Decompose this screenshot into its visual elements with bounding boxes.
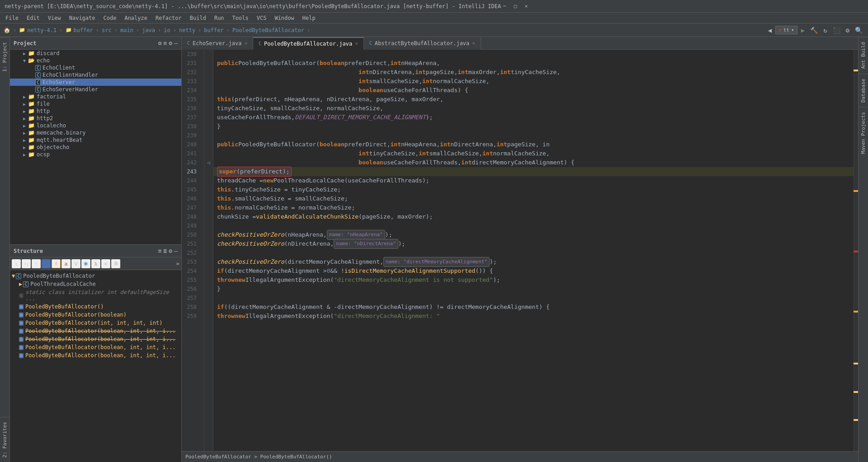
struct-item-ctor5[interactable]: m PooledByteBufAllocator(boolean, int, i… — [10, 335, 181, 343]
show-fields-btn[interactable]: f — [52, 259, 61, 268]
tree-item-file[interactable]: ▶ 📁 file — [10, 100, 181, 107]
struct-item-ctor4[interactable]: m PooledByteBufAllocator(boolean, int, i… — [10, 327, 181, 335]
struct-item-ctor2[interactable]: m PooledByteBufAllocator(boolean) — [10, 311, 181, 319]
menu-analyze[interactable]: Analyze — [121, 14, 151, 22]
menu-refactor[interactable]: Refactor — [152, 14, 185, 22]
stop-icon[interactable]: ⬛ — [831, 26, 842, 35]
search-dropdown-icon[interactable]: ▾ — [791, 27, 794, 33]
ln-234: 234 — [182, 86, 200, 95]
close-button[interactable]: ✕ — [523, 3, 530, 10]
tree-item-echo[interactable]: ▼ 📂 echo — [10, 57, 181, 64]
tree-item-memcache[interactable]: ▶ 📁 memcache.binary — [10, 129, 181, 136]
close-search-icon[interactable]: ✕ — [778, 27, 782, 33]
ln-246: 246 — [182, 194, 200, 203]
tab-abstract[interactable]: C AbstractByteBufAllocator.java ✕ — [364, 37, 481, 50]
tab-pooled[interactable]: C PooledByteBufAllocator.java ✕ — [253, 37, 364, 50]
bc-java[interactable]: java — [142, 27, 155, 33]
menu-vcs[interactable]: VCS — [253, 14, 270, 22]
bc-main[interactable]: main — [120, 27, 133, 33]
maximize-button[interactable]: □ — [512, 3, 519, 10]
git-icon[interactable]: ⚙ — [844, 26, 851, 35]
menu-edit[interactable]: Edit — [23, 14, 43, 22]
expand-all-icon[interactable]: ≣ — [164, 247, 167, 254]
hide-icon[interactable]: — — [174, 40, 178, 47]
menu-code[interactable]: Code — [100, 14, 120, 22]
tree-item-http2[interactable]: ▶ 📁 http2 — [10, 115, 181, 122]
sort-by-visibility-btn[interactable]: ↕ — [12, 259, 21, 268]
code-line-254: if (directMemoryCacheAlignment > 0 && !i… — [213, 266, 854, 275]
sync-icon[interactable]: ⚙ — [158, 40, 162, 47]
show-public-btn[interactable]: P — [42, 259, 51, 268]
show-members-btn[interactable]: ↑ — [32, 259, 41, 268]
database-tab[interactable]: Database — [859, 74, 868, 107]
reload-icon[interactable]: ↻ — [821, 26, 829, 35]
menu-tools[interactable]: Tools — [229, 14, 252, 22]
show-lambda-btn[interactable]: λ — [91, 259, 100, 268]
menu-help[interactable]: Help — [299, 14, 319, 22]
struct-item-ctor3[interactable]: m PooledByteBufAllocator(int, int, int, … — [10, 319, 181, 327]
tree-item-localecho[interactable]: ▶ 📁 localecho — [10, 122, 181, 129]
bc-netty41[interactable]: netty-4.1 — [27, 27, 57, 33]
tree-item-mqtt[interactable]: ▶ 📁 mqtt.heartBeat — [10, 136, 181, 144]
breadcrumb-netty41[interactable]: 📁 — [19, 27, 25, 33]
tab-close-pooled[interactable]: ✕ — [355, 41, 358, 47]
ln-236: 236 — [182, 104, 200, 113]
show-private-btn[interactable]: V — [71, 259, 80, 268]
tree-item-factorial[interactable]: ▶ 📁 factorial — [10, 93, 181, 100]
back-nav-icon[interactable]: ◀ — [766, 26, 774, 35]
tree-item-echoclient[interactable]: C EchoClient — [10, 64, 181, 71]
menu-window[interactable]: Window — [271, 14, 297, 22]
tree-item-http[interactable]: ▶ 📁 http — [10, 107, 181, 115]
tab-echoserver[interactable]: C EchoServer.java ✕ — [182, 37, 253, 50]
bc-buffer2[interactable]: buffer — [204, 27, 223, 33]
show-circle-btn[interactable]: ◉ — [81, 259, 90, 268]
sort-btn2[interactable]: ≣ — [111, 259, 120, 268]
run-icon[interactable]: ▶ — [799, 26, 807, 35]
search2-icon[interactable]: 🔍 — [853, 26, 864, 35]
struct-item-ctor6[interactable]: m PooledByteBufAllocator(boolean, int, i… — [10, 343, 181, 351]
collapse-all-icon[interactable]: ≡ — [158, 247, 162, 254]
tab-project[interactable]: 1: Project — [0, 37, 9, 76]
tab-favorites[interactable]: 2: Favorites — [0, 417, 9, 462]
maven-tab[interactable]: Maven Projects — [859, 107, 868, 159]
ant-build-tab[interactable]: Ant Build — [859, 37, 868, 74]
bc-netty[interactable]: netty — [179, 27, 195, 33]
code-content[interactable]: public PooledByteBufAllocator(boolean pr… — [213, 50, 854, 451]
build-icon[interactable]: 🔨 — [808, 26, 820, 35]
menu-build[interactable]: Build — [186, 14, 210, 22]
bc-src[interactable]: src — [102, 27, 112, 33]
breadcrumb-netty[interactable]: 🏠 — [4, 27, 10, 33]
tab-close-echoserver[interactable]: ✕ — [244, 40, 247, 46]
tree-item-echoclienthandler[interactable]: C EchoClientHandler — [10, 71, 181, 79]
minimize-button[interactable]: ─ — [501, 3, 508, 10]
struct-item-static[interactable]: s static class initializer int defaultPa… — [10, 288, 181, 303]
tree-item-ocsp[interactable]: ▶ 📁 ocsp — [10, 151, 181, 158]
tree-item-echoserver[interactable]: C EchoServer — [10, 79, 181, 86]
structure-hide-icon[interactable]: — — [174, 247, 178, 254]
tab-close-abstract[interactable]: ✕ — [472, 40, 475, 46]
show-protected-btn[interactable]: a — [61, 259, 71, 268]
gear-icon[interactable]: ⚙ — [169, 40, 172, 47]
bc-class[interactable]: PooledByteBufAllocator — [232, 27, 304, 33]
sort-alpha-btn[interactable]: ↑↓ — [22, 259, 31, 268]
struct-item-ctor1[interactable]: m PooledByteBufAllocator() — [10, 303, 181, 311]
structure-more-icon[interactable]: » — [176, 260, 179, 267]
structure-gear-icon[interactable]: ⚙ — [169, 247, 172, 254]
gutter-239 — [204, 131, 213, 140]
tree-item-discard[interactable]: ▶ 📁 discard — [10, 50, 181, 57]
sort-type-btn[interactable]: ≡ — [101, 259, 110, 268]
struct-item-ptlc[interactable]: ▶ C PoolThreadLocalCache — [10, 280, 181, 288]
bc-io[interactable]: io — [164, 27, 170, 33]
tab-icon-echoserver: C — [187, 41, 190, 46]
struct-item-class[interactable]: ▼ C PooledByteBufAllocator — [10, 272, 181, 280]
bc-buffer[interactable]: buffer — [74, 27, 93, 33]
collapse-icon[interactable]: ≡ — [164, 40, 167, 47]
menu-navigate[interactable]: Navigate — [66, 14, 99, 22]
tree-item-echoserverhandler[interactable]: C EchoServerHandler — [10, 86, 181, 93]
menu-view[interactable]: View — [44, 14, 65, 22]
menu-file[interactable]: File — [2, 14, 22, 22]
search-field[interactable]: ✕ tt ▾ — [775, 26, 797, 34]
tree-item-objectecho[interactable]: ▶ 📁 objectecho — [10, 144, 181, 151]
struct-item-ctor7[interactable]: m PooledByteBufAllocator(boolean, int, i… — [10, 351, 181, 359]
menu-run[interactable]: Run — [211, 14, 228, 22]
